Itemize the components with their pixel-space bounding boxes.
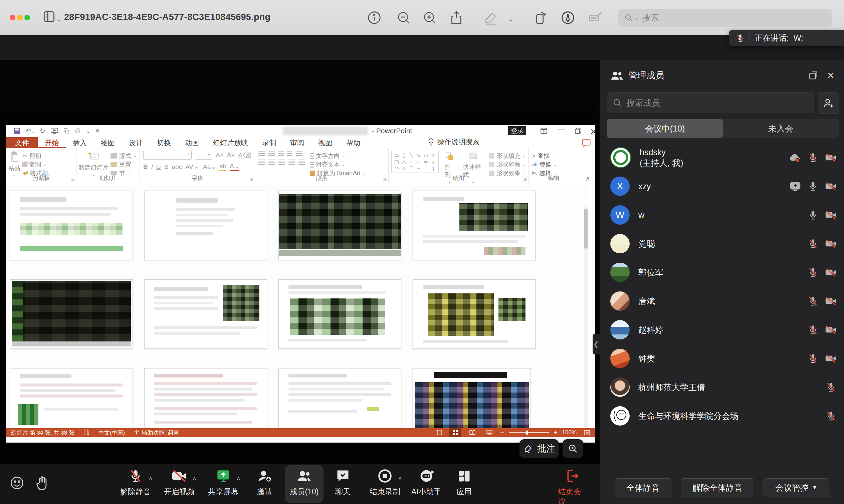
close-window-button[interactable] bbox=[10, 15, 15, 20]
align-right-icon[interactable] bbox=[279, 160, 285, 165]
slide-sorter[interactable]: ▾ bbox=[6, 183, 589, 428]
copy-button[interactable]: 复制⌄ bbox=[22, 161, 48, 168]
markup-chevron-icon[interactable]: ⌄ bbox=[508, 15, 514, 23]
highlight-color-icon[interactable]: ab bbox=[219, 163, 226, 171]
slide-sorter-view-icon[interactable] bbox=[449, 428, 461, 437]
member-row[interactable]: 郭位军 bbox=[599, 258, 844, 287]
paste-button[interactable]: 粘贴⌄ bbox=[8, 151, 20, 177]
cam-off-icon[interactable] bbox=[825, 324, 837, 336]
member-row[interactable]: 唐斌 bbox=[599, 287, 844, 316]
ppt-login-button[interactable]: 登录 bbox=[508, 126, 526, 135]
copy-style-icon[interactable] bbox=[64, 128, 69, 134]
mic-off-icon[interactable] bbox=[825, 381, 837, 393]
mute-all-button[interactable]: 全体静音 bbox=[615, 478, 671, 497]
member-search-input[interactable]: 搜索成员 bbox=[607, 92, 814, 113]
fullscreen-window-button[interactable] bbox=[24, 15, 30, 20]
cam-off-icon[interactable] bbox=[825, 209, 837, 221]
panel-collapse-handle[interactable]: ❮ bbox=[593, 334, 599, 355]
slide-thumbnail[interactable] bbox=[144, 280, 267, 349]
indent-icon[interactable] bbox=[287, 151, 292, 156]
member-row[interactable]: hsdsky(主持人, 我) bbox=[599, 143, 844, 172]
slide-thumbnail[interactable] bbox=[413, 191, 536, 260]
ppt-tab-11[interactable]: 视图 bbox=[311, 137, 339, 148]
zoom-out-icon[interactable] bbox=[396, 10, 411, 25]
mic-off-icon[interactable] bbox=[807, 324, 819, 336]
charspacing-icon[interactable]: AV↔ bbox=[185, 163, 200, 170]
columns-icon[interactable] bbox=[299, 160, 305, 165]
end-meeting-button[interactable]: 结束会议 bbox=[558, 468, 586, 504]
shape-outline-button[interactable]: 形状轮廓⌄ bbox=[489, 161, 526, 168]
mic-off-icon[interactable] bbox=[807, 238, 819, 249]
zoom-in-icon[interactable] bbox=[422, 10, 437, 25]
reset-button[interactable]: 重置 bbox=[110, 161, 137, 168]
cam-off-icon[interactable] bbox=[825, 267, 837, 278]
mic-on-icon[interactable] bbox=[807, 209, 819, 221]
clear-format-icon[interactable]: A⌫ bbox=[238, 151, 251, 159]
ppt-vertical-scrollbar[interactable]: ▾ bbox=[583, 207, 588, 428]
font-name-dropdown[interactable] bbox=[143, 151, 192, 160]
undo-icon[interactable]: ↶⌄ bbox=[25, 127, 34, 135]
cut-button[interactable]: ✂剪切 bbox=[22, 152, 48, 160]
slide-thumbnail[interactable] bbox=[144, 191, 267, 260]
slide-thumbnail[interactable] bbox=[10, 191, 133, 260]
ppt-close-icon[interactable]: ✕ bbox=[590, 127, 597, 137]
italic-icon[interactable]: I bbox=[151, 163, 153, 170]
zoom-in-status-icon[interactable]: + bbox=[554, 429, 558, 436]
shape-fill-button[interactable]: 形状填充⌄ bbox=[489, 152, 526, 160]
share-ind-icon[interactable] bbox=[789, 181, 801, 192]
member-row[interactable]: Ww bbox=[599, 201, 844, 229]
ppt-tab-4[interactable]: 绘图 bbox=[94, 137, 122, 148]
start-slideshow-icon[interactable] bbox=[51, 128, 58, 134]
bullets-icon[interactable] bbox=[258, 151, 265, 156]
minimize-window-button[interactable] bbox=[17, 15, 23, 20]
qat-more-icon[interactable]: ⌄ bbox=[86, 128, 90, 134]
ppt-tab-6[interactable]: 切换 bbox=[150, 137, 178, 148]
panel-tab-not-joined[interactable]: 未入会 bbox=[723, 119, 839, 138]
redo-icon[interactable]: ↻ bbox=[40, 127, 46, 135]
align-left-icon[interactable] bbox=[258, 160, 265, 165]
slide-thumbnail[interactable] bbox=[10, 280, 133, 349]
ppt-minimize-icon[interactable]: — bbox=[558, 125, 565, 134]
unmute-all-button[interactable]: 解除全体静音 bbox=[681, 478, 754, 497]
rotate-icon[interactable] bbox=[533, 10, 548, 25]
numbering-icon[interactable] bbox=[268, 151, 275, 156]
strikethrough-icon[interactable]: S bbox=[164, 163, 168, 170]
info-icon[interactable] bbox=[366, 10, 382, 25]
mic-off-icon[interactable] bbox=[825, 410, 837, 421]
replace-button[interactable]: ab替换⌄ bbox=[532, 161, 576, 168]
meeting-control-button[interactable]: 会议管控 ▼ bbox=[764, 478, 829, 497]
slide-thumbnail[interactable] bbox=[413, 368, 531, 428]
mic-off-icon[interactable] bbox=[807, 267, 819, 278]
highlight-pen-icon[interactable] bbox=[560, 10, 576, 25]
slide-thumbnail[interactable] bbox=[10, 368, 133, 428]
member-row[interactable]: Xxzy bbox=[599, 172, 844, 201]
cam-off-icon[interactable] bbox=[825, 181, 837, 192]
member-row[interactable]: 党聪 bbox=[599, 229, 844, 258]
collapse-ribbon-icon[interactable]: ∧ bbox=[585, 174, 590, 182]
find-button[interactable]: ⌕查找 bbox=[532, 152, 576, 160]
cam-off-icon[interactable] bbox=[825, 353, 837, 364]
slide-thumbnail[interactable] bbox=[413, 280, 536, 349]
text-annotation-icon[interactable] bbox=[588, 10, 604, 25]
ppt-tab-7[interactable]: 动画 bbox=[178, 137, 206, 148]
bold-icon[interactable]: B bbox=[143, 163, 148, 170]
chevron-down-icon[interactable]: ⌄ bbox=[56, 15, 62, 23]
toolbar-cam-off-big-button[interactable]: 开启视频 bbox=[154, 468, 204, 497]
layout-button[interactable]: 版式⌄ bbox=[110, 152, 137, 160]
align-text-button[interactable]: 对齐文本⌄ bbox=[310, 161, 366, 168]
normal-view-icon[interactable] bbox=[433, 428, 445, 437]
zoom-percentage[interactable]: 100% bbox=[562, 429, 577, 436]
cam-off-icon[interactable] bbox=[825, 152, 837, 163]
font-color-icon[interactable]: A⌄ bbox=[230, 162, 239, 171]
underline-icon[interactable]: U bbox=[156, 163, 161, 170]
add-member-button[interactable] bbox=[818, 92, 839, 114]
line-spacing-icon[interactable] bbox=[296, 151, 303, 156]
case-icon[interactable]: Aa⌄ bbox=[203, 163, 216, 170]
ppt-tab-5[interactable]: 设计 bbox=[122, 137, 150, 148]
slideshow-view-icon[interactable] bbox=[483, 428, 496, 437]
slide-thumbnail[interactable] bbox=[279, 191, 401, 260]
panel-popout-icon[interactable] bbox=[808, 70, 819, 81]
member-row[interactable]: 钟樊 bbox=[599, 344, 844, 373]
comments-icon[interactable] bbox=[581, 139, 591, 147]
member-row[interactable]: 生命与环境科学学院分会场 bbox=[599, 401, 844, 430]
